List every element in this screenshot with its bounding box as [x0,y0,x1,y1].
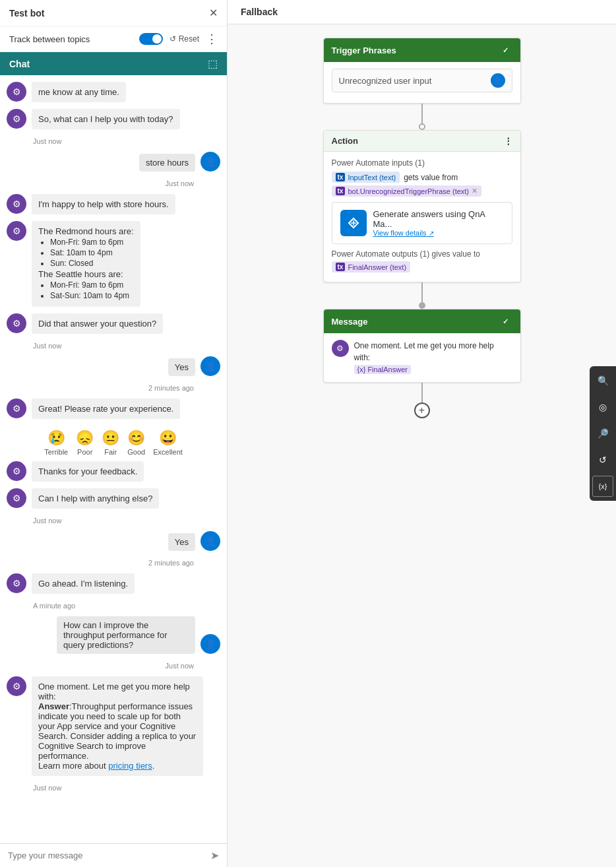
popout-icon[interactable]: ⬚ [208,57,218,70]
right-toolbar: 🔍 ◎ 🔍 ↺ {x} [590,366,616,501]
bot-avatar: ⚙ [7,221,26,241]
zoom-out-icon: 🔍 [598,428,609,439]
user-message-1: store hours 👤 [7,152,220,172]
emoji-terrible[interactable]: 😢 Terrible [44,430,68,456]
trigger-card-body: Unrecognized user input 👤 [324,62,520,103]
generate-link[interactable]: View flow details ↗ [373,229,504,237]
bot-message-rich: ⚙ One moment. Let me get you more help w… [7,676,220,776]
timestamp: Just now [7,137,220,145]
chip-remove-icon[interactable]: ✕ [472,187,477,195]
bot-avatar: ⚙ [7,194,26,214]
bot-avatar: ⚙ [7,313,26,333]
emoji-label: Poor [77,448,92,456]
emoji-label: Fair [104,448,117,456]
action-card-header: Action ⋮ [324,131,520,152]
variables-icon: {x} [599,482,607,490]
chat-input[interactable] [8,851,205,860]
trigger-input-text: Unrecognized user input [339,76,432,86]
reset-view-button[interactable]: ↺ [592,449,613,470]
bot-message-feedback: ⚙ Thanks for your feedback. [7,461,220,482]
more-options-icon[interactable]: ⋮ [206,32,218,46]
action-card-dots[interactable]: ⋮ [504,136,512,146]
right-panel-title: Fallback [241,7,278,17]
title-bar: Test bot ✕ [0,0,227,26]
emoji-poor[interactable]: 😞 Poor [76,430,94,456]
bot-bubble: Thanks for your feedback. [32,461,144,482]
chat-messages: ⚙ me know at any time. ⚙ So, what can I … [0,75,227,843]
zoom-in-button[interactable]: 🔍 [592,370,613,391]
track-bar: Track between topics ↺ Reset ⋮ [0,26,227,52]
pricing-tiers-link[interactable]: pricing tiers [108,761,152,771]
track-label: Track between topics [9,34,133,44]
emoji-excellent[interactable]: 😀 Excellent [153,430,183,456]
message-card-header: Message ✓ [324,309,520,333]
right-panel-header: Fallback [228,0,616,24]
bot-avatar: ⚙ [7,109,26,129]
output-chip[interactable]: tx FinalAnswer (text) [332,261,411,273]
bot-bubble: Did that answer your question? [32,313,163,334]
user-message-3: Yes 👤 [7,531,220,551]
close-icon[interactable]: ✕ [209,7,218,19]
source-chip[interactable]: tx bot.UnrecognizedTriggerPhrase (text) … [332,185,482,197]
trigger-input[interactable]: Unrecognized user input 👤 [332,69,512,92]
trigger-phrases-card: Trigger Phrases ✓ Unrecognized user inpu… [323,38,521,104]
bot-message-5: ⚙ Go ahead. I'm listening. [7,573,220,594]
bot-message-truncated: ⚙ me know at any time. [7,82,220,102]
zoom-in-icon: 🔍 [598,375,609,386]
pa-inputs-label: Power Automate inputs (1) [332,158,512,168]
input-text-chip[interactable]: tx InputText (text) [332,172,400,183]
pa-input-row: tx InputText (text) gets value from [332,172,512,183]
bot-avatar: ⚙ [7,488,26,508]
reset-label: Reset [179,34,199,44]
user-bubble: store hours [139,154,195,172]
trigger-card-header: Trigger Phrases ✓ [324,38,520,62]
reset-button[interactable]: ↺ Reset [169,34,199,44]
user-message-2: Yes 👤 [7,356,220,376]
bot-bubble: So, what can I help you with today? [32,109,180,129]
user-avatar: 👤 [200,531,220,551]
generate-title: Generate answers using QnA Ma... [373,209,504,229]
message-variable: {x} FinalAnswer [354,365,411,374]
emoji-label: Terrible [44,448,68,456]
bot-message-4: ⚙ Can I help with anything else? [7,488,220,509]
variables-button[interactable]: {x} [592,476,613,497]
timestamp: Just now [7,179,220,187]
user-avatar: 👤 [200,152,220,172]
track-toggle[interactable] [139,33,163,45]
target-icon: ◎ [599,402,607,412]
emoji-label: Excellent [153,448,183,456]
bot-bubble: Great! Please rate your experience. [32,399,180,419]
emoji-good[interactable]: 😊 Good [127,430,145,456]
bot-bubble: The Redmond hours are: Mon-Fri: 9am to 6… [32,221,140,307]
send-icon[interactable]: ➤ [210,849,219,862]
timestamp: Just now [7,662,220,670]
generate-link-text: View flow details [373,229,427,237]
generate-text: Generate answers using QnA Ma... View fl… [373,209,504,237]
timestamp: 2 minutes ago [7,559,220,567]
bot-avatar: ⚙ [7,461,26,481]
bot-avatar: ⚙ [7,573,26,593]
timestamp: A minute ago [7,602,220,610]
timestamp: 2 minutes ago [7,384,220,392]
user-bubble: Yes [168,533,195,551]
bot-message-2: ⚙ I'm happy to help with store hours. [7,194,220,214]
app-title: Test bot [9,8,44,18]
bot-avatar: ⚙ [7,82,26,102]
chip-icon: tx [336,187,346,195]
add-node-button[interactable]: + [414,402,430,418]
user-avatar: 👤 [200,634,220,654]
timestamp: Just now [7,784,220,792]
zoom-out-button[interactable]: 🔍 [592,423,613,444]
check-icon: ✓ [499,44,512,57]
connector-line-2 [421,282,423,302]
output-chip-label: FinalAnswer (text) [348,263,406,271]
emoji-fair[interactable]: 😐 Fair [102,430,119,456]
bot-avatar: ⚙ [7,399,26,418]
target-button[interactable]: ◎ [592,397,613,418]
user-message-4: How can I improve the throughput perform… [7,616,220,654]
bot-bubble: Can I help with anything else? [32,488,159,509]
chip-label: InputText (text) [348,174,396,181]
user-avatar: 👤 [200,356,220,376]
connector-line-3 [421,383,423,402]
chip-icon: tx [336,173,346,181]
